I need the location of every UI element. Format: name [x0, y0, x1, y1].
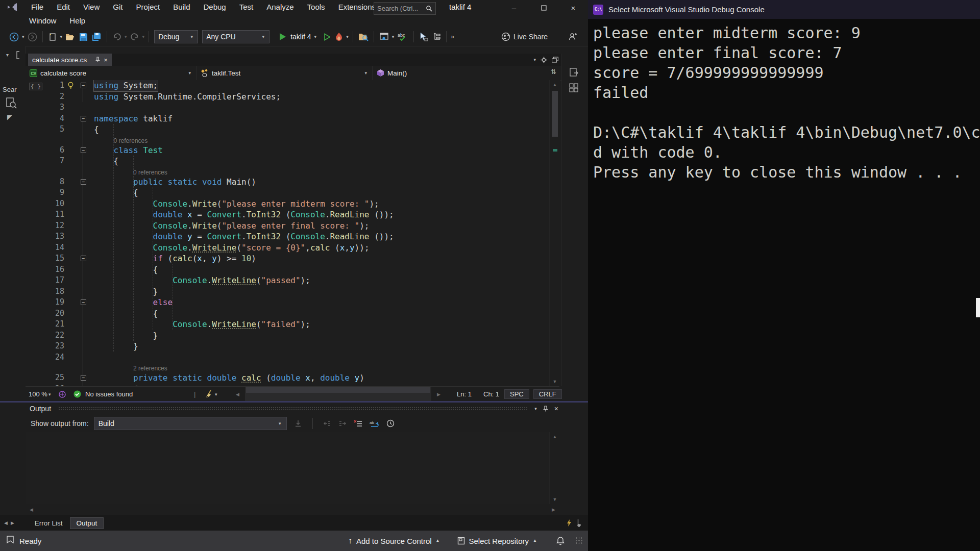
document-properties-icon[interactable]: [569, 68, 578, 77]
live-share-button[interactable]: Live Share: [501, 32, 548, 41]
document-search-icon[interactable]: [5, 97, 17, 109]
health-indicator[interactable]: No issues found: [74, 387, 133, 402]
menu-item-edit[interactable]: Edit: [50, 0, 77, 14]
tab-calculate-score[interactable]: calculate score.cs ×: [28, 54, 112, 66]
close-button[interactable]: ×: [561, 0, 585, 15]
redo-dropdown-icon[interactable]: ▾: [141, 34, 146, 39]
hot-reload-dropdown-icon[interactable]: ▾: [345, 34, 350, 39]
code-cleanup-broom-icon[interactable]: ▾: [205, 387, 218, 402]
fold-collapse-icon[interactable]: −: [81, 116, 86, 121]
console-output[interactable]: please enter midterm score: 9please ente…: [588, 19, 980, 551]
active-files-dropdown-icon[interactable]: ▾: [533, 57, 536, 62]
fold-collapse-icon[interactable]: −: [81, 147, 86, 153]
maximize-button[interactable]: [532, 0, 555, 15]
menu-item-window[interactable]: Window: [22, 14, 63, 28]
float-window-icon[interactable]: [552, 57, 558, 63]
panel-close-icon[interactable]: ×: [554, 405, 558, 413]
hscroll-right-icon[interactable]: ▶: [437, 387, 440, 402]
hscroll-left-icon[interactable]: ◀: [236, 387, 239, 402]
bell-icon[interactable]: [556, 536, 565, 545]
zoom-control[interactable]: 100 % ▾: [29, 387, 52, 402]
solution-configuration-combo[interactable]: Debug ▾: [154, 30, 198, 43]
solution-platform-combo[interactable]: Any CPU ▾: [202, 30, 270, 43]
minimize-button[interactable]: –: [502, 0, 526, 15]
attach-icon[interactable]: [577, 519, 581, 527]
side-chevron-icon[interactable]: ▾: [6, 52, 9, 58]
start-without-debugging-button[interactable]: [322, 30, 332, 44]
code-editor[interactable]: { }1−using System;2using System.Runtime.…: [26, 80, 549, 386]
navigate-back-dropdown-icon[interactable]: ▾: [21, 34, 26, 39]
redo-icon[interactable]: [129, 30, 141, 44]
console-title-bar[interactable]: C:\ Select Microsoft Visual Studio Debug…: [588, 0, 980, 19]
cursor-select-icon[interactable]: [418, 30, 430, 44]
output-vertical-scrollbar[interactable]: ▲ ▼: [549, 432, 560, 504]
menu-item-test[interactable]: Test: [233, 0, 260, 14]
resize-grip[interactable]: [576, 537, 583, 544]
fold-collapse-icon[interactable]: −: [81, 299, 86, 305]
toolbox-grid-icon[interactable]: [569, 83, 578, 92]
menu-item-build[interactable]: Build: [166, 0, 197, 14]
menu-item-project[interactable]: Project: [129, 0, 166, 14]
type-dropdown[interactable]: taklif.Test ▾: [197, 66, 373, 80]
navigate-back-button[interactable]: [8, 30, 20, 44]
scroll-down-icon[interactable]: ▼: [550, 379, 560, 384]
scroll-up-icon[interactable]: ▲: [550, 434, 560, 439]
output-source-combo[interactable]: Build ▾: [94, 417, 287, 430]
select-repository-button[interactable]: Select Repository: [469, 537, 529, 545]
space-indent-badge[interactable]: SPC: [504, 389, 529, 399]
menu-item-help[interactable]: Help: [63, 14, 92, 28]
intellicode-icon[interactable]: [58, 387, 66, 402]
tab-close-icon[interactable]: ×: [104, 56, 108, 64]
menu-item-view[interactable]: View: [77, 0, 106, 14]
navigate-forward-button[interactable]: [26, 30, 39, 44]
panel-pin-icon[interactable]: [543, 406, 548, 412]
source-control-expand-icon[interactable]: ▲: [436, 538, 440, 543]
open-folder-icon[interactable]: [64, 30, 77, 44]
gear-icon[interactable]: [541, 57, 547, 63]
scroll-down-icon[interactable]: ▼: [550, 497, 560, 502]
output-panel-header[interactable]: Output ▾ ×: [0, 403, 588, 415]
hot-reload-icon[interactable]: [333, 30, 345, 44]
menu-item-file[interactable]: File: [24, 0, 50, 14]
panel-dropdown-icon[interactable]: ▾: [534, 406, 537, 411]
copy-structure-icon[interactable]: [431, 30, 443, 44]
clock-icon[interactable]: [386, 419, 395, 428]
project-dropdown[interactable]: C# calculate score ▾: [26, 66, 197, 80]
editor-horizontal-scrollbar[interactable]: [245, 387, 431, 402]
scroll-up-icon[interactable]: ▲: [550, 82, 560, 87]
side-bracket-icon[interactable]: [15, 51, 21, 59]
undo-icon[interactable]: [111, 30, 123, 44]
start-debugging-button[interactable]: [277, 30, 288, 44]
console-scrollbar-fragment[interactable]: [976, 298, 980, 317]
new-project-dropdown-icon[interactable]: ▾: [59, 34, 64, 39]
repository-expand-icon[interactable]: ▲: [533, 538, 537, 543]
menu-item-debug[interactable]: Debug: [197, 0, 233, 14]
debug-console-window[interactable]: C:\ Select Microsoft Visual Studio Debug…: [588, 0, 980, 551]
fold-collapse-icon[interactable]: −: [81, 83, 86, 88]
abc-check-icon[interactable]: abc: [396, 30, 410, 44]
hscroll-thumb[interactable]: [246, 387, 430, 393]
solution-explorer-dropdown-icon[interactable]: ▾: [391, 34, 396, 39]
tab-output[interactable]: Output: [70, 517, 104, 529]
fold-collapse-icon[interactable]: −: [81, 256, 86, 261]
search-input[interactable]: Search (Ctrl...: [374, 2, 436, 15]
tab-scroll-arrows[interactable]: ◀▶: [4, 520, 17, 525]
clear-all-icon[interactable]: [354, 420, 362, 428]
member-dropdown[interactable]: Main(): [373, 66, 541, 80]
menu-item-git[interactable]: Git: [106, 0, 129, 14]
fold-collapse-icon[interactable]: −: [81, 375, 86, 381]
pin-icon[interactable]: [95, 57, 101, 63]
previous-message-icon[interactable]: [323, 420, 331, 427]
save-all-icon[interactable]: [90, 30, 103, 44]
lightning-icon[interactable]: [567, 519, 572, 527]
run-target-label[interactable]: taklif 4: [288, 33, 313, 41]
undo-dropdown-icon[interactable]: ▾: [124, 34, 128, 39]
search-results-tab-label[interactable]: Sear: [3, 86, 16, 93]
menu-item-tools[interactable]: Tools: [301, 0, 332, 14]
output-horizontal-scrollbar[interactable]: ◀ ▶: [26, 504, 559, 515]
line-ending-badge[interactable]: CRLF: [533, 389, 562, 399]
save-icon[interactable]: [78, 30, 89, 44]
fold-collapse-icon[interactable]: −: [81, 179, 86, 185]
corner-triangle-icon[interactable]: ◤: [7, 113, 12, 121]
solution-explorer-home-icon[interactable]: [378, 30, 390, 44]
